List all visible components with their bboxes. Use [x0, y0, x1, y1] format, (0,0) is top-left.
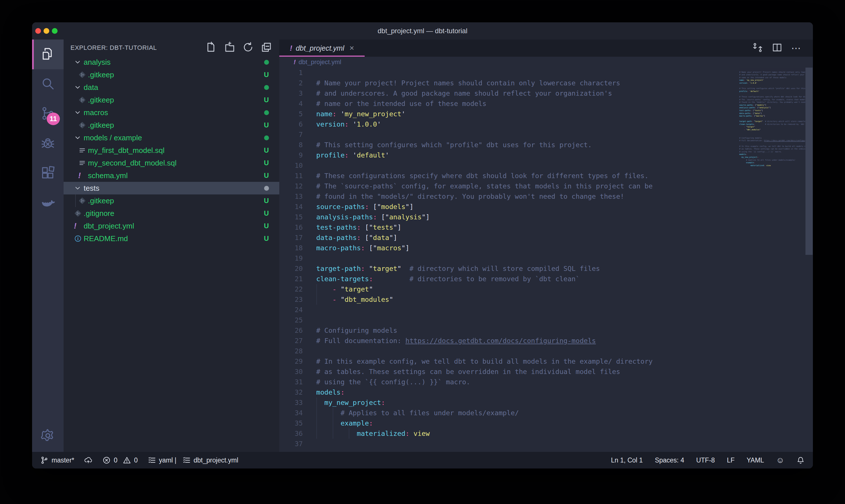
- new-folder-icon[interactable]: [224, 41, 236, 54]
- status-right-4[interactable]: YAML: [747, 456, 764, 464]
- code-line-2[interactable]: 2 # Name your project! Project names sho…: [279, 78, 813, 88]
- status-right-2[interactable]: UTF-8: [696, 456, 715, 464]
- tree-item-data[interactable]: data: [64, 81, 279, 94]
- code-line-8[interactable]: 8 # This setting configures which "profi…: [279, 140, 813, 150]
- activity-item-debug[interactable]: [32, 129, 64, 159]
- code-line-26[interactable]: 26 # Configuring models: [279, 325, 813, 336]
- split-editor-icon[interactable]: [772, 42, 783, 54]
- code-line-35[interactable]: 35 example:: [279, 418, 813, 428]
- code-line-34[interactable]: 34 # Applies to all files under models/e…: [279, 408, 813, 418]
- code-line-11[interactable]: 11 # These configurations specify where …: [279, 171, 813, 181]
- sync-button[interactable]: [84, 456, 92, 465]
- vscode-window: dbt_project.yml — dbt-tutorial 11 EXPLOR…: [32, 22, 813, 468]
- status-right-1[interactable]: Spaces: 4: [655, 456, 684, 464]
- tree-item-readme-md[interactable]: README.md U: [64, 232, 279, 245]
- tree-item-schema-yml[interactable]: ! schema.yml U: [64, 169, 279, 182]
- code-line-36[interactable]: 36 materialized: view: [279, 428, 813, 439]
- code-line-17[interactable]: 17 data-paths: ["data"]: [279, 233, 813, 243]
- code-line-32[interactable]: 32 models:: [279, 387, 813, 397]
- code-line-3[interactable]: 3 # and underscores. A good package name…: [279, 88, 813, 98]
- tree-item--gitignore[interactable]: .gitignore U: [64, 207, 279, 220]
- code-line-28[interactable]: 28: [279, 346, 813, 356]
- code-line-29[interactable]: 29 # In this example config, we tell dbt…: [279, 356, 813, 366]
- code-line-27[interactable]: 27 # Full documentation: https://docs.ge…: [279, 336, 813, 346]
- tree-item-label: .gitkeep: [88, 121, 114, 130]
- code-line-7[interactable]: 7: [279, 129, 813, 140]
- activity-item-extensions[interactable]: [32, 159, 64, 188]
- collapse-all-icon[interactable]: [260, 41, 272, 54]
- code-line-15[interactable]: 15 analysis-paths: ["analysis"]: [279, 212, 813, 222]
- git-icon: [78, 71, 88, 79]
- minimap[interactable]: # Name your project! Project names shoul…: [739, 68, 805, 170]
- new-file-icon[interactable]: [205, 41, 217, 54]
- code-line-9[interactable]: 9 profile: 'default': [279, 150, 813, 160]
- breadcrumb[interactable]: ! dbt_project.yml: [279, 57, 813, 68]
- code-line-24[interactable]: 24: [279, 305, 813, 315]
- git-icon: [78, 121, 88, 129]
- code-line-20[interactable]: 20 target-path: "target" # directory whi…: [279, 264, 813, 274]
- code-line-6[interactable]: 6 version: '1.0.0': [279, 119, 813, 129]
- code-line-21[interactable]: 21 clean-targets: # directories to be re…: [279, 274, 813, 284]
- branch-indicator[interactable]: master*: [40, 456, 74, 465]
- code-line-4[interactable]: 4 # name or the intended use of these mo…: [279, 98, 813, 109]
- problems-indicator[interactable]: 0 0: [102, 456, 138, 465]
- open-changes-icon[interactable]: [752, 42, 763, 54]
- activity-item-files[interactable]: [32, 39, 64, 69]
- status-right-3[interactable]: LF: [727, 456, 735, 464]
- sql-file-icon: [78, 146, 88, 154]
- tree-item--gitkeep[interactable]: .gitkeep U: [64, 94, 279, 106]
- scrollbar-thumb[interactable]: [806, 68, 813, 255]
- tree-item--gitkeep[interactable]: .gitkeep U: [64, 119, 279, 131]
- feedback-smiley-icon[interactable]: ☺: [776, 456, 784, 465]
- activity-item-search[interactable]: [32, 69, 64, 99]
- tree-item-dbt-project-yml[interactable]: ! dbt_project.yml U: [64, 220, 279, 232]
- close-window-button[interactable]: [35, 28, 41, 34]
- bell-icon[interactable]: [796, 456, 805, 465]
- code-line-5[interactable]: 5 name: 'my_new_project': [279, 109, 813, 119]
- modified-dot: [264, 186, 269, 191]
- tree-item--gitkeep[interactable]: .gitkeep U: [64, 69, 279, 81]
- code-line-33[interactable]: 33 my_new_project:: [279, 397, 813, 408]
- code-line-13[interactable]: 13 # found in the "models/" directory. Y…: [279, 191, 813, 202]
- file-indicator[interactable]: dbt_project.yml: [182, 456, 238, 465]
- code-line-12[interactable]: 12 # The `source-paths` config, for exam…: [279, 181, 813, 191]
- chevron-down-icon: [74, 84, 84, 91]
- code-line-31[interactable]: 31 # using the `{{ config(...) }}` macro…: [279, 377, 813, 387]
- tree-item-analysis[interactable]: analysis: [64, 56, 279, 69]
- breadcrumb-file[interactable]: dbt_project.yml: [299, 58, 341, 66]
- code-line-19[interactable]: 19: [279, 253, 813, 264]
- line-number: 31: [279, 377, 303, 387]
- tree-item-tests[interactable]: tests: [64, 182, 279, 195]
- activity-item-docker[interactable]: [32, 188, 64, 218]
- yaml-mode-indicator[interactable]: yaml |: [147, 456, 177, 465]
- tree-item-macros[interactable]: macros: [64, 106, 279, 119]
- code-line-1[interactable]: 1: [279, 68, 813, 78]
- refresh-icon[interactable]: [242, 41, 254, 54]
- code-line-22[interactable]: 22 - "target": [279, 284, 813, 294]
- tree-item--gitkeep[interactable]: .gitkeep U: [64, 195, 279, 207]
- explorer-sidebar: EXPLORER: DBT-TUTORIAL analysis .gitkeep…: [64, 39, 279, 452]
- error-icon: [102, 456, 111, 465]
- code-editor[interactable]: 1 2 # Name your project! Project names s…: [279, 68, 813, 452]
- code-line-25[interactable]: 25: [279, 315, 813, 325]
- zoom-window-button[interactable]: [52, 28, 58, 34]
- tree-item-my-first-dbt-model-sql[interactable]: my_first_dbt_model.sql U: [64, 144, 279, 157]
- code-line-10[interactable]: 10: [279, 160, 813, 171]
- code-line-16[interactable]: 16 test-paths: ["tests"]: [279, 222, 813, 233]
- git-status-untracked: U: [264, 146, 269, 154]
- code-line-37[interactable]: 37: [279, 439, 813, 449]
- code-line-30[interactable]: 30 # as tables. These settings can be ov…: [279, 366, 813, 377]
- titlebar[interactable]: dbt_project.yml — dbt-tutorial: [32, 22, 813, 39]
- code-line-18[interactable]: 18 macro-paths: ["macros"]: [279, 243, 813, 253]
- tree-item-my-second-dbt-model-sql[interactable]: my_second_dbt_model.sql U: [64, 157, 279, 169]
- mode-label: yaml |: [159, 456, 177, 464]
- code-line-14[interactable]: 14 source-paths: ["models"]: [279, 202, 813, 212]
- tab-dbt-project-yml[interactable]: ! dbt_project.yml ×: [279, 39, 365, 57]
- tree-item-models-example[interactable]: models / example: [64, 131, 279, 144]
- minimize-window-button[interactable]: [43, 28, 49, 34]
- status-right-0[interactable]: Ln 1, Col 1: [611, 456, 643, 464]
- settings-button[interactable]: [32, 420, 64, 452]
- code-line-23[interactable]: 23 - "dbt_modules": [279, 294, 813, 305]
- tab-close-icon[interactable]: ×: [349, 43, 354, 53]
- activity-item-source-control[interactable]: 11: [32, 99, 64, 129]
